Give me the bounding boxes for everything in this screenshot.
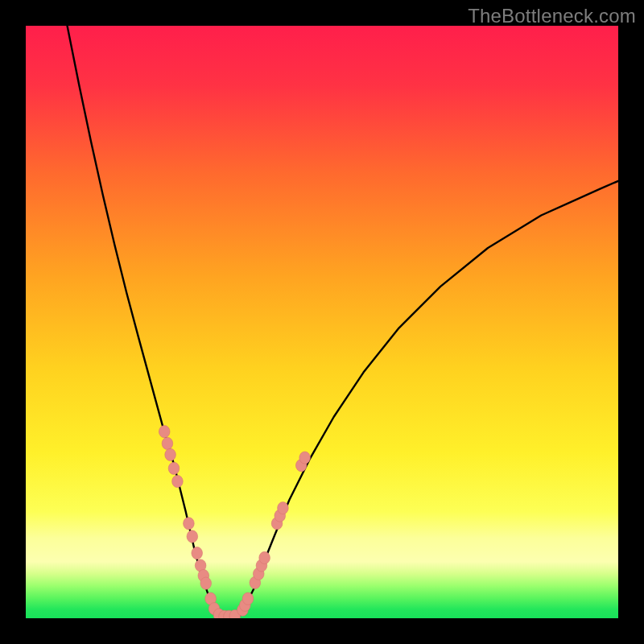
sample-point-marker — [200, 577, 212, 589]
outer-black-frame: TheBottleneck.com — [0, 0, 644, 644]
sample-point-marker — [159, 426, 170, 438]
chart-svg — [26, 26, 618, 618]
sample-point-marker — [187, 530, 198, 543]
sample-point-marker — [299, 452, 311, 464]
sample-point-marker — [192, 547, 203, 559]
plot-area — [26, 26, 618, 618]
sample-point-marker — [242, 592, 254, 605]
gradient-background — [26, 26, 618, 618]
sample-point-marker — [168, 462, 180, 474]
sample-point-marker — [172, 475, 184, 487]
sample-point-marker — [259, 551, 270, 564]
watermark-text: TheBottleneck.com — [468, 5, 636, 27]
sample-point-marker — [184, 518, 195, 530]
sample-point-marker — [165, 448, 176, 460]
sample-point-marker — [278, 502, 289, 514]
sample-point-marker — [162, 437, 173, 449]
